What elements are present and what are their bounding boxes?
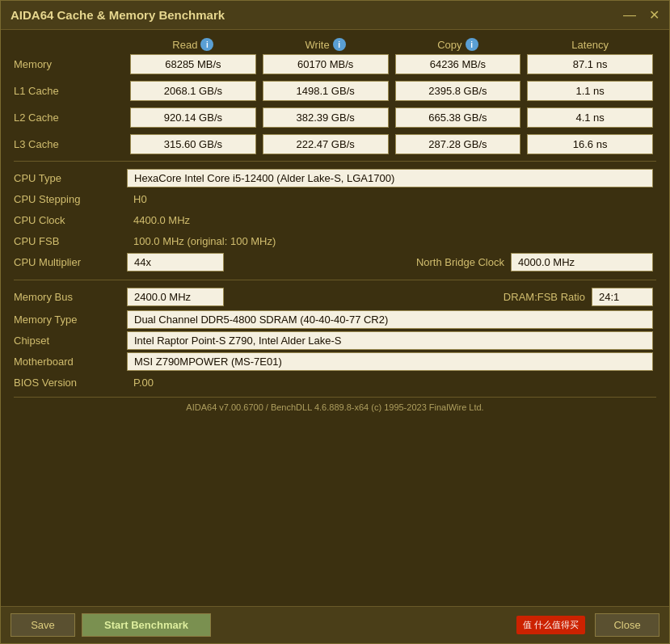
l1-copy: 2395.8 GB/s [395, 81, 521, 101]
header-write: Write i [259, 38, 392, 51]
button-bar: Save Start Benchmark 值 什么值得买 Close [1, 606, 669, 643]
cpu-type-value: HexaCore Intel Core i5-12400 (Alder Lake… [127, 169, 653, 187]
cpu-fsb-label: CPU FSB [14, 235, 127, 247]
memory-copy: 64236 MB/s [395, 54, 521, 74]
cpu-type-row: CPU Type HexaCore Intel Core i5-12400 (A… [14, 168, 656, 187]
cpu-type-label: CPU Type [14, 172, 127, 184]
bios-version-label: BIOS Version [14, 377, 127, 389]
motherboard-row: Motherboard MSI Z790MPOWER (MS-7E01) [14, 351, 656, 371]
save-button[interactable]: Save [11, 613, 75, 637]
cpu-info-section: CPU Type HexaCore Intel Core i5-12400 (A… [14, 168, 656, 273]
bench-row-memory: Memory 68285 MB/s 60170 MB/s 64236 MB/s … [14, 54, 656, 74]
cpu-clock-value: 4400.0 MHz [127, 212, 653, 229]
chipset-value: Intel Raptor Point-S Z790, Intel Alder L… [127, 331, 653, 350]
main-content: Read i Write i Copy i Latency Memory 682… [1, 30, 669, 606]
memory-write: 60170 MB/s [263, 54, 389, 74]
memory-info-section: Memory Bus 2400.0 MHz DRAM:FSB Ratio 24:… [14, 287, 656, 392]
motherboard-label: Motherboard [14, 356, 127, 368]
header-empty [14, 38, 127, 51]
l3-read: 315.60 GB/s [130, 134, 256, 154]
l2-label: L2 Cache [14, 112, 127, 124]
north-bridge-clock-value: 4000.0 MHz [511, 253, 653, 271]
memory-bus-label: Memory Bus [14, 291, 127, 303]
watermark-text: 值 什么值得买 [516, 616, 585, 634]
memory-read: 68285 MB/s [130, 54, 256, 74]
memory-type-value: Dual Channel DDR5-4800 SDRAM (40-40-40-7… [127, 310, 653, 329]
memory-label: Memory [14, 58, 127, 70]
cpu-clock-row: CPU Clock 4400.0 MHz [14, 210, 656, 229]
motherboard-value: MSI Z790MPOWER (MS-7E01) [127, 352, 653, 371]
header-read: Read i [127, 38, 259, 51]
bench-row-l3: L3 Cache 315.60 GB/s 222.47 GB/s 287.28 … [14, 134, 656, 154]
cpu-stepping-value: H0 [127, 191, 653, 208]
memory-bus-value: 2400.0 MHz [127, 288, 224, 306]
l2-read: 920.14 GB/s [130, 107, 256, 128]
copy-info-icon[interactable]: i [466, 38, 478, 51]
section-divider-2 [14, 280, 656, 280]
cpu-clock-label: CPU Clock [14, 214, 127, 226]
watermark: 值 什么值得买 [516, 616, 585, 634]
l1-label: L1 Cache [14, 85, 127, 97]
bios-version-row: BIOS Version P.00 [14, 373, 656, 392]
chipset-row: Chipset Intel Raptor Point-S Z790, Intel… [14, 330, 656, 350]
l2-copy: 665.38 GB/s [395, 107, 521, 128]
title-bar: AIDA64 Cache & Memory Benchmark — ✕ [1, 1, 669, 30]
l3-label: L3 Cache [14, 138, 127, 150]
l3-write: 222.47 GB/s [263, 134, 389, 154]
chipset-label: Chipset [14, 335, 127, 347]
bench-row-l1: L1 Cache 2068.1 GB/s 1498.1 GB/s 2395.8 … [14, 81, 656, 101]
minimize-button[interactable]: — [623, 8, 636, 23]
footer-text: AIDA64 v7.00.6700 / BenchDLL 4.6.889.8-x… [14, 397, 656, 417]
cpu-fsb-row: CPU FSB 100.0 MHz (original: 100 MHz) [14, 231, 656, 250]
l1-latency: 1.1 ns [527, 81, 653, 101]
l3-latency: 16.6 ns [527, 134, 653, 154]
start-benchmark-button[interactable]: Start Benchmark [82, 613, 211, 637]
read-info-icon[interactable]: i [200, 38, 213, 51]
close-button[interactable]: Close [595, 613, 659, 637]
l1-write: 1498.1 GB/s [263, 81, 389, 101]
window-title: AIDA64 Cache & Memory Benchmark [11, 8, 225, 22]
memory-type-row: Memory Type Dual Channel DDR5-4800 SDRAM… [14, 309, 656, 329]
title-controls: — ✕ [623, 7, 659, 23]
l3-copy: 287.28 GB/s [395, 134, 521, 154]
l2-write: 382.39 GB/s [263, 107, 389, 128]
cpu-stepping-row: CPU Stepping H0 [14, 189, 656, 208]
header-copy: Copy i [392, 38, 525, 51]
cpu-multiplier-label: CPU Multiplier [14, 256, 127, 268]
north-bridge-clock-label: North Bridge Clock [232, 256, 511, 268]
cpu-multiplier-value: 44x [127, 253, 224, 271]
write-info-icon[interactable]: i [333, 38, 346, 51]
header-latency: Latency [524, 38, 656, 51]
l1-read: 2068.1 GB/s [130, 81, 256, 101]
cpu-multiplier-row: CPU Multiplier 44x North Bridge Clock 40… [14, 252, 656, 271]
dram-fsb-ratio-value: 24:1 [592, 288, 653, 306]
cpu-stepping-label: CPU Stepping [14, 193, 127, 205]
memory-bus-row: Memory Bus 2400.0 MHz DRAM:FSB Ratio 24:… [14, 287, 656, 306]
section-divider-1 [14, 161, 656, 162]
l2-latency: 4.1 ns [527, 107, 653, 128]
memory-latency: 87.1 ns [527, 54, 653, 74]
dram-fsb-ratio-label: DRAM:FSB Ratio [289, 291, 592, 303]
bench-row-l2: L2 Cache 920.14 GB/s 382.39 GB/s 665.38 … [14, 107, 656, 128]
bios-version-value: P.00 [127, 374, 653, 391]
bench-table-header: Read i Write i Copy i Latency [14, 38, 656, 51]
cpu-fsb-value: 100.0 MHz (original: 100 MHz) [127, 233, 653, 250]
memory-type-label: Memory Type [14, 314, 127, 326]
main-window: AIDA64 Cache & Memory Benchmark — ✕ Read… [0, 0, 670, 644]
close-button[interactable]: ✕ [649, 7, 659, 23]
